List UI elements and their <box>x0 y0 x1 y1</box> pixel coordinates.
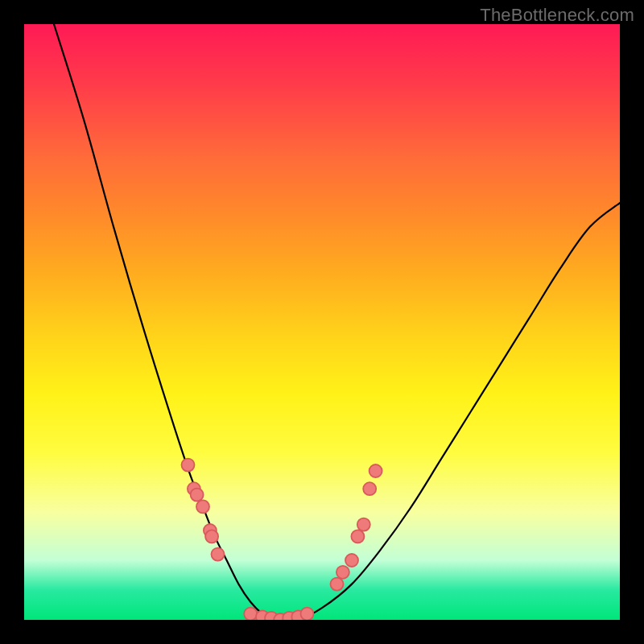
chart-frame: TheBottleneck.com <box>0 0 644 644</box>
data-point <box>351 530 364 543</box>
watermark-text: TheBottleneck.com <box>480 5 634 26</box>
data-point <box>331 578 344 591</box>
data-point <box>191 489 204 502</box>
data-points <box>182 459 382 620</box>
data-point <box>345 554 358 567</box>
chart-svg <box>24 24 620 620</box>
data-point <box>212 548 225 561</box>
data-point <box>336 566 349 579</box>
data-point <box>196 500 209 513</box>
bottleneck-curve <box>54 24 620 620</box>
data-point <box>244 608 257 620</box>
data-point <box>363 482 376 495</box>
data-point <box>369 464 382 477</box>
plot-area <box>24 24 620 620</box>
data-point <box>182 459 195 472</box>
data-point <box>301 608 314 620</box>
data-point <box>205 530 218 543</box>
data-point <box>357 518 370 531</box>
